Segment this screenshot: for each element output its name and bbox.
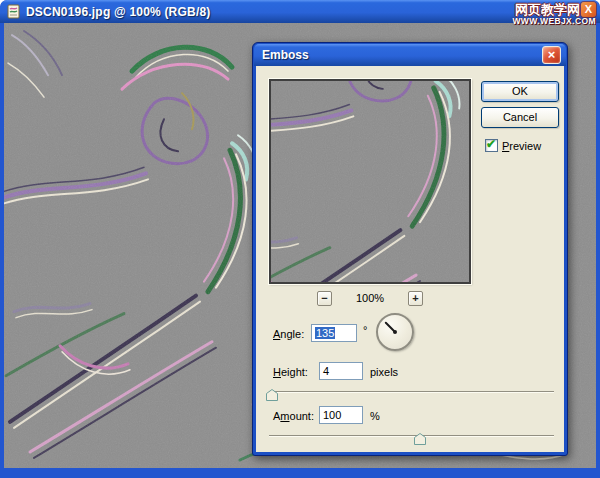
height-slider-thumb[interactable] bbox=[266, 389, 278, 401]
preview-emboss-image bbox=[271, 81, 469, 282]
watermark-logo-icon: X bbox=[581, 2, 596, 17]
height-unit: pixels bbox=[370, 366, 398, 378]
amount-label: Amount: bbox=[273, 410, 314, 422]
document-window: DSCN0196.jpg @ 100% (RGB/8) 网页教学网 X www.… bbox=[0, 0, 600, 478]
file-icon bbox=[6, 4, 21, 19]
height-input[interactable]: 4 bbox=[319, 362, 363, 380]
amount-slider-track[interactable] bbox=[269, 435, 554, 437]
height-slider[interactable] bbox=[269, 388, 554, 402]
cancel-button[interactable]: Cancel bbox=[481, 107, 559, 128]
checkmark-icon: ✔ bbox=[486, 137, 496, 151]
zoom-out-button[interactable]: − bbox=[317, 291, 332, 306]
angle-value-selected: 135 bbox=[315, 327, 335, 339]
dialog-title: Emboss bbox=[262, 48, 309, 62]
dialog-body: − 100% + Angle: 135 ° Height: 4 pixels bbox=[256, 66, 564, 452]
ok-button[interactable]: OK bbox=[481, 81, 559, 102]
preview-checkbox-label: Preview bbox=[502, 140, 541, 152]
zoom-in-button[interactable]: + bbox=[408, 291, 423, 306]
angle-unit: ° bbox=[363, 324, 367, 336]
close-icon[interactable]: × bbox=[542, 46, 561, 64]
zoom-level: 100% bbox=[356, 292, 384, 304]
preview-zoom-controls: − 100% + bbox=[269, 290, 471, 306]
emboss-dialog: Emboss × − 100% + Angle: 135 ° bbox=[252, 42, 568, 456]
preview-checkbox-row[interactable]: ✔ Preview bbox=[485, 139, 541, 152]
angle-label: Angle: bbox=[273, 328, 304, 340]
angle-dial-center bbox=[393, 330, 397, 334]
window-title: DSCN0196.jpg @ 100% (RGB/8) bbox=[26, 5, 211, 19]
watermark-url: www.webjx.com bbox=[512, 17, 596, 26]
watermark-site-name: 网页教学网 bbox=[515, 3, 580, 17]
angle-input[interactable]: 135 bbox=[311, 324, 357, 342]
watermark: 网页教学网 X www.webjx.com bbox=[512, 2, 596, 26]
filter-preview-image[interactable] bbox=[269, 79, 471, 284]
amount-slider-thumb[interactable] bbox=[414, 433, 426, 445]
amount-input[interactable]: 100 bbox=[319, 406, 363, 424]
preview-checkbox[interactable]: ✔ bbox=[485, 139, 498, 152]
angle-dial[interactable] bbox=[376, 313, 414, 351]
height-slider-track[interactable] bbox=[269, 391, 554, 393]
amount-unit: % bbox=[370, 410, 380, 422]
dialog-titlebar[interactable]: Emboss × bbox=[254, 44, 566, 66]
window-titlebar[interactable]: DSCN0196.jpg @ 100% (RGB/8) bbox=[0, 0, 600, 23]
height-label: Height: bbox=[273, 366, 308, 378]
amount-slider[interactable] bbox=[269, 432, 554, 446]
